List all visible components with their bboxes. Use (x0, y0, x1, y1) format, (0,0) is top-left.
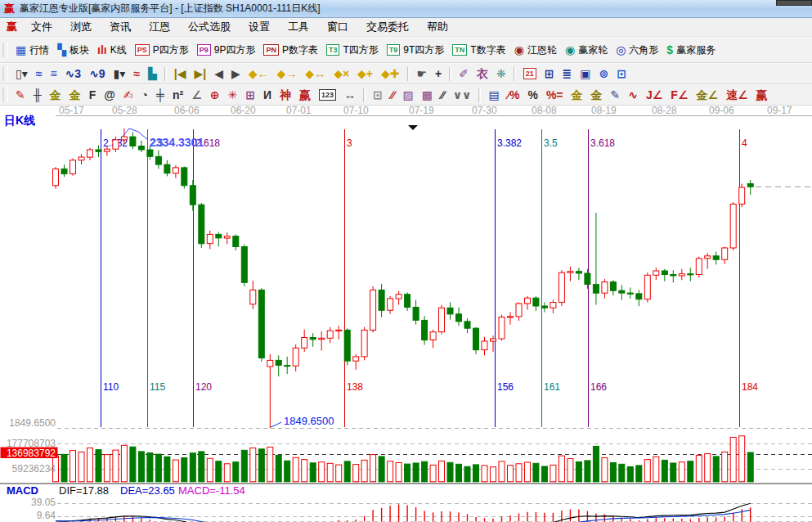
crosshair-button[interactable]: + (431, 66, 446, 81)
ying-grid-button[interactable]: 赢 (295, 88, 315, 102)
gann-ruler-button[interactable]: ╫ (29, 88, 46, 102)
menu-item-3[interactable]: 江恩 (140, 18, 179, 36)
web-refresh-button[interactable]: ⊚ (594, 66, 612, 81)
t-number-button[interactable]: TNT数字表 (448, 43, 509, 58)
annotate-pen-button[interactable]: ✎ (11, 88, 29, 102)
p-number-button[interactable]: PNP数字表 (259, 43, 322, 58)
p9-square-button[interactable]: P99P四方形 (193, 43, 260, 58)
sectors-button[interactable]: ▚板块 (53, 43, 93, 58)
menu-item-6[interactable]: 工具 (279, 18, 318, 36)
kline-button[interactable]: ılıK线 (93, 43, 131, 58)
p-square-button[interactable]: PSP四方形 (131, 43, 193, 58)
t9-square-button[interactable]: T99T四方形 (383, 43, 449, 58)
target-button[interactable]: ⊕ (206, 88, 224, 102)
save-button[interactable]: ▣ (576, 66, 594, 81)
expand-x-button[interactable]: ◆↔ (301, 66, 330, 81)
overlay-draw-button[interactable]: ≈ (32, 66, 47, 81)
gold-level-button[interactable]: 金 (587, 88, 607, 102)
percent-retrace-button[interactable]: ∕% (504, 88, 524, 102)
f-ruler-button[interactable]: F (85, 88, 101, 102)
zoom-plus-button[interactable]: ◆+ (353, 66, 377, 81)
menu-item-1[interactable]: 浏览 (61, 18, 101, 36)
tick-ruler-button[interactable]: ╪ (152, 88, 168, 102)
fan-box-button[interactable]: ▩ (418, 88, 437, 102)
p-square-label: P四方形 (153, 43, 189, 57)
t-square-button[interactable]: T3T四方形 (322, 43, 383, 58)
price-pen-button[interactable]: ✎ (607, 88, 625, 102)
shrink-x-button[interactable]: ◆← (244, 66, 273, 81)
sketch-button[interactable]: ≈ (129, 66, 144, 81)
speed-line-button[interactable]: 速∠ (722, 88, 752, 102)
fractal-button[interactable]: И (259, 88, 276, 102)
trend-lines-button[interactable]: ∕∕ (437, 88, 449, 102)
menu-item-5[interactable]: 设置 (240, 18, 279, 36)
menu-item-4[interactable]: 公式选股 (179, 18, 240, 36)
skin-button[interactable]: 衣 (473, 66, 492, 81)
winner-service-button[interactable]: $赢家服务 (662, 43, 720, 58)
gann-wheel-button[interactable]: ◉江恩轮 (510, 43, 561, 58)
remote-pc-button[interactable]: ⊡ (612, 66, 630, 81)
stat-panel-button[interactable]: ▤ (484, 88, 503, 102)
next-bar-button[interactable]: ▶ (227, 66, 244, 81)
menu-item-7[interactable]: 窗口 (318, 18, 357, 36)
frame-tool-button[interactable]: ⊡ (369, 88, 387, 102)
winner-wheel-button[interactable]: ◉赢家轮 (561, 43, 612, 58)
fan-grid-button[interactable]: ▨ (399, 88, 418, 102)
grow-x-button[interactable]: ◆→ (273, 66, 302, 81)
save-icon: ▣ (580, 67, 590, 80)
menu-item-8[interactable]: 交易委托 (357, 18, 418, 36)
volume-bar (447, 462, 453, 482)
gold-ruler-2-button[interactable]: 金 (65, 88, 85, 102)
mark-pen-button[interactable]: ✍ (119, 88, 137, 102)
zigzag-button[interactable]: ∨∨ (449, 88, 476, 102)
angle-button[interactable]: ∠ (187, 88, 206, 102)
gann-count-label: 110 (103, 381, 119, 393)
smart-button[interactable]: ❈ (492, 66, 510, 81)
main-chart[interactable]: 05-1705-2806-0606-2007-0107-1007-1907-30… (0, 106, 812, 522)
gold-circle-button[interactable]: 金 (568, 88, 587, 102)
last-page-button[interactable]: ▶| (191, 66, 211, 81)
percent-button[interactable]: % (523, 88, 541, 102)
menu-item-9[interactable]: 帮助 (418, 18, 457, 36)
macd-dif-line (56, 503, 751, 522)
f-line-button[interactable]: F∠ (666, 88, 692, 102)
candle-style-button[interactable]: ▮▾ (110, 66, 130, 81)
trend-pen-button[interactable]: ✐ (455, 66, 473, 81)
star-grid-button[interactable]: ✳ (224, 88, 242, 102)
kline-icon: ılı (97, 43, 107, 56)
gold-ruler-1-button[interactable]: 金 (46, 88, 65, 102)
calculator-button[interactable]: ⊞ (541, 66, 559, 81)
menu-item-2[interactable]: 资讯 (101, 18, 140, 36)
period-dropdown-button[interactable]: ▯▾ (11, 66, 32, 81)
spiral-button[interactable]: @ (100, 88, 119, 102)
ying-line-button[interactable]: 赢 (752, 88, 772, 102)
j-line-button[interactable]: J∠ (642, 88, 666, 102)
zoom-all-button[interactable]: ◆✚ (377, 66, 404, 81)
candle-body (696, 259, 702, 275)
hand-tool-button[interactable]: ☛ (413, 66, 432, 81)
wave-tool-button[interactable]: ∿ (624, 88, 642, 102)
gold-angle-button[interactable]: 金∠ (692, 88, 722, 102)
calendar-21-button[interactable]: 21 (519, 67, 541, 80)
info-panel-button[interactable]: ≡ (46, 66, 61, 81)
grid-box-button[interactable]: ⊞ (241, 88, 259, 102)
profile-chart-button[interactable]: ▙ (144, 66, 161, 81)
ray-fan-button[interactable]: ∕∕ (387, 88, 399, 102)
prev-bar-button[interactable]: ◀ (210, 66, 227, 81)
shen-tool-button[interactable]: 神 (276, 88, 295, 102)
time-cycle-button[interactable]: ◔ (137, 88, 152, 102)
grid-123-button[interactable]: 123 (315, 88, 340, 101)
quotes-button[interactable]: ▦行情 (11, 43, 53, 58)
compress-x-button[interactable]: ◆× (330, 66, 353, 81)
bar-width-button[interactable]: ↔ (340, 88, 360, 102)
hexagon-button[interactable]: ◎六角形 (612, 43, 662, 58)
gold-ruler-2-icon: 金 (70, 88, 81, 101)
notes-button[interactable]: ≣ (559, 66, 576, 81)
wave-3-button[interactable]: ∿3 (61, 66, 86, 81)
wave-9-button[interactable]: ∿9 (85, 66, 110, 81)
n-square-button[interactable]: n² (168, 88, 187, 102)
menu-item-0[interactable]: 文件 (22, 18, 61, 36)
candle-body (405, 295, 410, 308)
first-page-button[interactable]: |◀ (170, 66, 191, 81)
percent-level-button[interactable]: %= (542, 88, 568, 102)
